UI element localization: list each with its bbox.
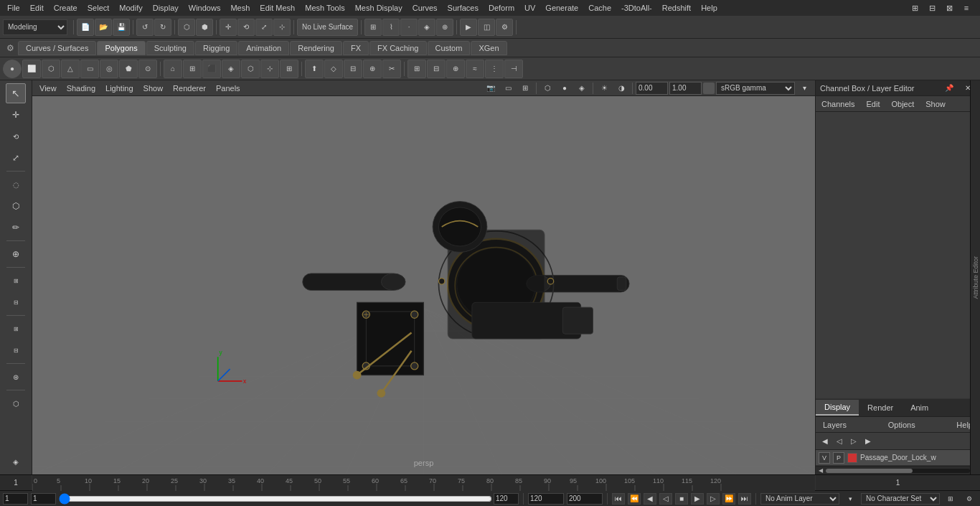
char-set-dropdown[interactable]: No Character Set: [861, 493, 940, 505]
workspace-dropdown[interactable]: Modeling: [3, 19, 67, 35]
menu-deform[interactable]: Deform: [484, 2, 519, 14]
layers-menu-options[interactable]: Options: [885, 419, 918, 431]
viewport-menu-show[interactable]: Show: [139, 83, 168, 94]
open-file-icon[interactable]: 📂: [95, 19, 112, 36]
vp-shadow-icon[interactable]: ◑: [613, 81, 629, 95]
menu-generate[interactable]: Generate: [541, 2, 583, 14]
no-live-surface-btn[interactable]: No Live Surface: [297, 19, 358, 36]
shelf-tab-sculpting[interactable]: Sculpting: [146, 41, 194, 55]
redo-icon[interactable]: ↻: [154, 19, 171, 36]
snap-point-icon[interactable]: ·: [400, 19, 418, 36]
frame-current-input[interactable]: [31, 493, 56, 505]
playback-go-end[interactable]: ⏭: [738, 493, 751, 505]
shelf-cube[interactable]: ⬜: [22, 60, 41, 78]
top-icon-4[interactable]: ≡: [958, 0, 974, 16]
undo-icon[interactable]: ↺: [136, 19, 154, 36]
vp-gamma-input[interactable]: [636, 82, 668, 95]
vp-color-icon[interactable]: [703, 83, 715, 94]
shelf-smooth[interactable]: ≈: [466, 60, 484, 78]
char-set-icon-1[interactable]: ⊞: [943, 491, 958, 507]
quick-layout[interactable]: ⬡: [6, 393, 26, 413]
top-icon-3[interactable]: ⊠: [941, 0, 957, 16]
shelf-cylinder[interactable]: ⬡: [42, 60, 60, 78]
lasso-icon[interactable]: ⬢: [196, 19, 213, 36]
menu-mesh-tools[interactable]: Mesh Tools: [301, 2, 349, 14]
snap-camera-icon[interactable]: ⊕: [436, 19, 453, 36]
snap-surface-icon[interactable]: ◈: [418, 19, 435, 36]
shelf-tab-fx[interactable]: FX: [343, 41, 369, 55]
select-tool[interactable]: ↖: [6, 83, 26, 103]
menu-mesh[interactable]: Mesh: [226, 2, 254, 14]
cb-tab-channels[interactable]: Channels: [819, 98, 857, 110]
shelf-mirror[interactable]: ⊣: [504, 60, 523, 78]
lasso-tool[interactable]: ⬡: [6, 196, 26, 216]
menu-display[interactable]: Display: [149, 2, 183, 14]
attribute-editor-tab[interactable]: Attribute Editor: [970, 80, 980, 474]
viewport[interactable]: x y persp: [32, 96, 815, 474]
camera-tool[interactable]: ⊛: [6, 367, 26, 387]
shelf-poly-7[interactable]: ⊞: [280, 60, 298, 78]
layer-p-btn[interactable]: P: [833, 452, 844, 464]
shelf-poly-4[interactable]: ◈: [222, 60, 240, 78]
shelf-bevel[interactable]: ◇: [324, 60, 343, 78]
scroll-left-arrow[interactable]: ◀: [817, 467, 824, 474]
snap-curve-icon[interactable]: ⌇: [382, 19, 400, 36]
scroll-track[interactable]: [826, 469, 970, 473]
soft-select-tool[interactable]: ◌: [6, 174, 26, 195]
shelf-pipe[interactable]: ⊙: [138, 60, 157, 78]
playback-next-frame[interactable]: ▷: [707, 493, 720, 505]
channel-box-pin-icon[interactable]: 📌: [941, 80, 957, 96]
rotate-icon[interactable]: ⟲: [237, 19, 255, 36]
menu-modify[interactable]: Modify: [115, 2, 146, 14]
menu-windows[interactable]: Windows: [184, 2, 225, 14]
move-icon[interactable]: ✛: [220, 19, 237, 36]
menu-redshift[interactable]: Redshift: [658, 2, 695, 14]
new-file-icon[interactable]: 📄: [77, 19, 94, 36]
cb-tab-show[interactable]: Show: [923, 98, 948, 110]
shelf-subdivide[interactable]: ⋮: [485, 60, 504, 78]
layer-next2-icon[interactable]: ▷: [847, 435, 860, 448]
playback-prev-frame[interactable]: ◀: [644, 493, 656, 505]
shelf-poly-3[interactable]: ⬛: [202, 60, 221, 78]
shelf-combine[interactable]: ⊞: [407, 60, 426, 78]
render-icon[interactable]: ▶: [460, 19, 477, 36]
shelf-separate[interactable]: ⊟: [427, 60, 446, 78]
layer-row[interactable]: V P Passage_Door_Lock_w: [816, 450, 980, 466]
shelf-tab-rigging[interactable]: Rigging: [195, 41, 237, 55]
playback-play[interactable]: ▶: [691, 493, 704, 505]
shelf-extrude[interactable]: ⬆: [305, 60, 324, 78]
vp-colorspace-dropdown[interactable]: sRGB gamma: [716, 82, 795, 95]
shelf-tab-fx-caching[interactable]: FX Caching: [369, 41, 426, 55]
char-set-icon-2[interactable]: ⚙: [961, 491, 977, 507]
scale-icon[interactable]: ⤢: [255, 19, 273, 36]
menu-select[interactable]: Select: [83, 2, 114, 14]
grid-tool[interactable]: ⊞: [6, 319, 26, 339]
snap-grid-icon[interactable]: ⊞: [364, 19, 382, 36]
vp-light-icon[interactable]: ☀: [596, 81, 612, 95]
save-file-icon[interactable]: 💾: [113, 19, 130, 36]
shelf-prism[interactable]: ⬟: [119, 60, 138, 78]
frame-end-range[interactable]: [528, 493, 564, 505]
select-icon[interactable]: ⬡: [178, 19, 195, 36]
top-icon-2[interactable]: ⊟: [924, 0, 940, 16]
menu-create[interactable]: Create: [50, 2, 82, 14]
shelf-tab-rendering[interactable]: Rendering: [290, 41, 342, 55]
viewport-menu-lighting[interactable]: Lighting: [101, 83, 138, 94]
shelf-bridge[interactable]: ⊟: [344, 60, 362, 78]
snap-tool[interactable]: ⊞: [6, 271, 26, 291]
shelf-poly-1[interactable]: ⌂: [164, 60, 182, 78]
paint-tool[interactable]: ✏: [6, 217, 26, 238]
layers-menu-layers[interactable]: Layers: [820, 419, 849, 431]
scale-tool[interactable]: ⤢: [6, 148, 26, 168]
shelf-poly-6[interactable]: ⊹: [260, 60, 279, 78]
menu-file[interactable]: File: [3, 2, 24, 14]
vp-film-icon[interactable]: ▭: [500, 81, 516, 95]
layer-prev2-icon[interactable]: ◁: [833, 435, 846, 448]
transform-icon[interactable]: ⊹: [273, 19, 291, 36]
pivot-tool[interactable]: ⊕: [6, 244, 26, 264]
shelf-tab-polygons[interactable]: Polygons: [97, 41, 145, 55]
ipr-icon[interactable]: ◫: [478, 19, 495, 36]
vp-smooth-icon[interactable]: ●: [557, 81, 573, 95]
playback-stop[interactable]: ■: [675, 493, 688, 505]
cb-tab-edit[interactable]: Edit: [863, 98, 882, 110]
